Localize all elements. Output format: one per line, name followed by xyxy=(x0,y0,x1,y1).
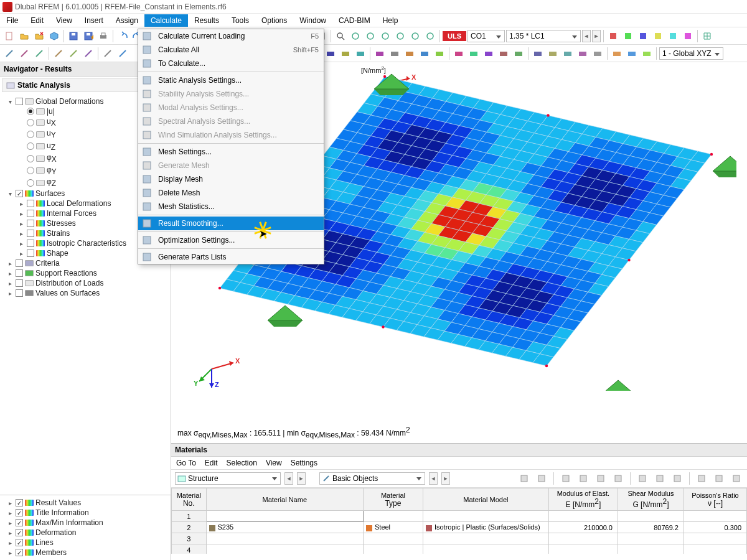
struct-next[interactable]: ► xyxy=(297,472,306,485)
new-icon[interactable] xyxy=(2,29,16,43)
display-tool-icon[interactable] xyxy=(452,47,466,60)
table-row[interactable]: 3 xyxy=(172,533,747,544)
menu-cad-bim[interactable]: CAD-BIM xyxy=(332,14,377,27)
result-tool-icon[interactable] xyxy=(621,29,635,43)
display-tool-icon[interactable] xyxy=(482,47,496,60)
view-tool-icon[interactable] xyxy=(393,29,407,43)
draw-tool-icon[interactable] xyxy=(52,47,65,60)
basic-prev[interactable]: ◄ xyxy=(429,472,438,485)
menu-tools[interactable]: Tools xyxy=(225,14,255,27)
undo-icon[interactable] xyxy=(116,29,129,43)
menuitem-generate-parts-lists[interactable]: Generate Parts Lists xyxy=(138,250,324,264)
tree-values-on-surfaces[interactable]: ▸ Values on Surfaces xyxy=(1,288,169,298)
saveas-icon[interactable]: ★ xyxy=(82,29,95,43)
grid4-icon[interactable] xyxy=(611,472,625,485)
draw-tool-icon[interactable] xyxy=(116,47,129,60)
draw-tool-icon[interactable] xyxy=(82,47,95,60)
dispopt-deformation[interactable]: ▸ Deformation xyxy=(1,528,169,538)
display-tool-icon[interactable] xyxy=(339,47,352,60)
result-tool-icon[interactable] xyxy=(651,29,665,43)
close-icon[interactable] xyxy=(32,29,46,43)
dispopt-lines[interactable]: ▸ Lines xyxy=(1,538,169,548)
menuitem-static-analysis-settings-[interactable]: Static Analysis Settings... xyxy=(138,73,324,87)
menu-insert[interactable]: Insert xyxy=(78,14,110,27)
menuitem-calculate-current-loading[interactable]: Calculate Current LoadingF5 xyxy=(138,29,324,43)
menu-edit[interactable]: Edit xyxy=(24,14,50,27)
prev-button[interactable]: ◄ xyxy=(582,30,591,42)
display-tool-icon[interactable] xyxy=(324,47,337,60)
menu-file[interactable]: File xyxy=(0,14,24,27)
display-tool-icon[interactable] xyxy=(640,47,654,60)
display-tool-icon[interactable] xyxy=(561,47,575,60)
display-tool-icon[interactable] xyxy=(388,47,402,60)
matmenu-go-to[interactable]: Go To xyxy=(176,459,196,467)
menuitem-mesh-statistics-[interactable]: Mesh Statistics... xyxy=(138,200,324,213)
table-row[interactable]: 2S235SteelIsotropic | Plastic (Surfaces/… xyxy=(172,522,747,533)
materials-table[interactable]: MaterialNo.Material NameMaterialTypeMate… xyxy=(171,488,747,554)
matmenu-edit[interactable]: Edit xyxy=(205,459,218,467)
result-tool-icon[interactable] xyxy=(636,29,650,43)
menu-view[interactable]: View xyxy=(50,14,78,27)
filter-icon[interactable] xyxy=(695,472,708,485)
menu-window[interactable]: Window xyxy=(293,14,332,27)
draw-tool-icon[interactable] xyxy=(17,47,31,60)
menuitem-calculate-all[interactable]: Calculate AllShift+F5 xyxy=(138,43,324,57)
display-tool-icon[interactable] xyxy=(512,47,525,60)
loadcase-combo[interactable]: CO1 xyxy=(467,30,505,42)
structure-combo[interactable]: Structure xyxy=(175,472,281,485)
display-tool-icon[interactable] xyxy=(354,47,367,60)
menu-results[interactable]: Results xyxy=(188,14,225,27)
basic-next[interactable]: ► xyxy=(441,472,450,485)
result-tool-icon[interactable] xyxy=(666,29,680,43)
draw-tool-icon[interactable] xyxy=(67,47,80,60)
menuitem-mesh-settings-[interactable]: Mesh Settings... xyxy=(138,145,324,159)
display-options-tree[interactable]: ▸ Result Values▸ Title Information▸ Max/… xyxy=(0,495,171,560)
menuitem-to-calculate-[interactable]: To Calculate... xyxy=(138,57,324,70)
table-row[interactable]: 1 xyxy=(172,511,747,522)
cols-icon[interactable] xyxy=(670,472,684,485)
loadcombo-combo[interactable]: 1.35 * LC1 xyxy=(506,30,581,42)
menuitem-delete-mesh[interactable]: Delete Mesh xyxy=(138,186,324,200)
menuitem-optimization-settings-[interactable]: Optimization Settings... xyxy=(138,233,324,247)
display-tool-icon[interactable] xyxy=(403,47,416,60)
menu-assign[interactable]: Assign xyxy=(110,14,144,27)
grid2-icon[interactable] xyxy=(576,472,590,485)
view-tool-icon[interactable] xyxy=(349,29,362,43)
dispopt-title-information[interactable]: ▸ Title Information xyxy=(1,508,169,518)
pointer-icon[interactable] xyxy=(517,472,531,485)
view-tool-icon[interactable] xyxy=(423,29,437,43)
draw-tool-icon[interactable] xyxy=(32,47,46,60)
menuitem-display-mesh[interactable]: Display Mesh xyxy=(138,172,324,186)
basic-objects-combo[interactable]: Basic Objects xyxy=(319,472,425,485)
display-tool-icon[interactable] xyxy=(625,47,639,60)
display-tool-icon[interactable] xyxy=(531,47,545,60)
display-tool-icon[interactable] xyxy=(467,47,481,60)
dispopt-result-values[interactable]: ▸ Result Values xyxy=(1,498,169,508)
next-button[interactable]: ► xyxy=(592,30,601,42)
tree-distribution-of-loads[interactable]: ▸ Distribution of Loads xyxy=(1,278,169,288)
menu-options[interactable]: Options xyxy=(255,14,293,27)
matmenu-view[interactable]: View xyxy=(266,459,282,467)
display-tool-icon[interactable] xyxy=(433,47,446,60)
model-icon[interactable] xyxy=(47,29,61,43)
grid-icon[interactable] xyxy=(700,29,714,43)
grid1-icon[interactable] xyxy=(559,472,573,485)
view-tool-icon[interactable] xyxy=(364,29,377,43)
open-icon[interactable] xyxy=(17,29,31,43)
display-tool-icon[interactable] xyxy=(546,47,560,60)
table-row[interactable]: 4 xyxy=(172,544,747,554)
draw-tool-icon[interactable] xyxy=(2,47,16,60)
matmenu-settings[interactable]: Settings xyxy=(291,459,317,467)
menuitem-result-smoothing-[interactable]: Result Smoothing... xyxy=(138,217,324,230)
display-tool-icon[interactable] xyxy=(591,47,604,60)
zoom-extents-icon[interactable] xyxy=(334,29,347,43)
display-tool-icon[interactable] xyxy=(418,47,431,60)
display-tool-icon[interactable] xyxy=(373,47,387,60)
coordsys-combo[interactable]: 1 - Global XYZ xyxy=(659,47,723,60)
find-icon[interactable] xyxy=(712,472,726,485)
view-tool-icon[interactable] xyxy=(408,29,422,43)
dispopt-max-min-information[interactable]: ▸ Max/Min Information xyxy=(1,518,169,528)
print-icon[interactable] xyxy=(96,29,110,43)
grid3-icon[interactable] xyxy=(594,472,608,485)
display-tool-icon[interactable] xyxy=(497,47,510,60)
